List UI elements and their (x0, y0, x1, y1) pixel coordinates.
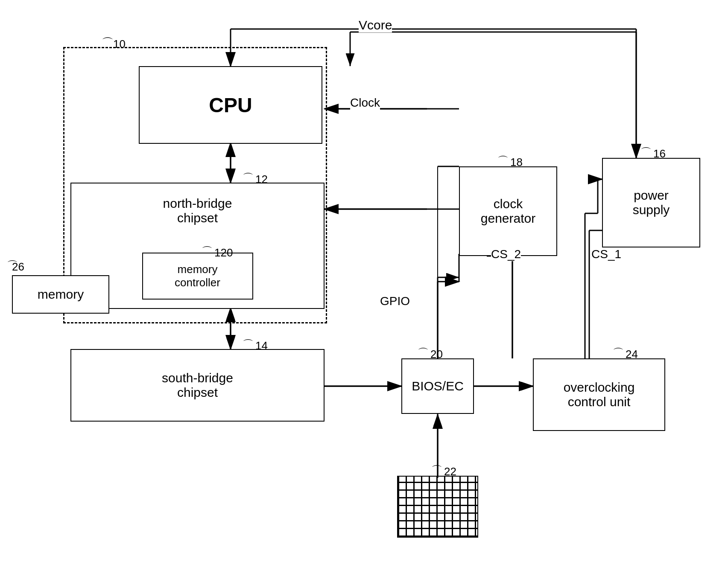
keyboard-block (397, 476, 478, 538)
south-bridge-block: south-bridgechipset (70, 349, 325, 422)
cpu-block: CPU (139, 66, 322, 144)
diagram-container: 10 ⌒ CPU north-bridgechipset memorycontr… (0, 0, 728, 582)
ref-16: 16 (653, 147, 666, 160)
cpu-label: CPU (209, 93, 252, 117)
brace-24: ⌒ (613, 346, 624, 361)
ref-14: 14 (255, 339, 268, 352)
brace-12: ⌒ (243, 171, 254, 186)
ref-10: 10 (113, 38, 126, 51)
ref-18: 18 (510, 156, 523, 169)
ref-20: 20 (430, 348, 443, 361)
power-supply-block: powersupply (602, 158, 700, 247)
south-bridge-label: south-bridgechipset (162, 371, 233, 400)
power-supply-label: powersupply (633, 188, 670, 217)
ref-120: 120 (214, 246, 233, 259)
brace-26: ⌒ (7, 258, 18, 273)
gpio-label: GPIO (380, 294, 410, 308)
memory-label: memory (38, 287, 84, 302)
cs2-label: CS_2 (491, 247, 521, 261)
north-bridge-label: north-bridgechipset (163, 196, 232, 225)
ref-12: 12 (255, 173, 268, 186)
clock-label: Clock (350, 96, 380, 110)
cs1-label: CS_1 (591, 247, 621, 261)
memory-controller-block: memorycontroller (142, 253, 253, 300)
memory-controller-label: memorycontroller (175, 263, 220, 289)
bios-ec-label: BIOS/EC (412, 379, 464, 393)
clock-generator-block: clockgenerator (459, 166, 557, 256)
brace-18: ⌒ (497, 154, 509, 169)
vcore-label: Vcore (359, 18, 392, 32)
overclocking-label: overclockingcontrol unit (564, 380, 635, 409)
ref-24: 24 (626, 348, 638, 361)
brace-14: ⌒ (243, 337, 254, 352)
bios-ec-block: BIOS/EC (401, 358, 474, 414)
brace-16: ⌒ (640, 145, 652, 160)
memory-block: memory (12, 275, 109, 314)
ref-22: 22 (444, 465, 456, 478)
brace-20: ⌒ (418, 346, 429, 361)
brace-120: ⌒ (202, 244, 213, 259)
brace-22: ⌒ (431, 463, 442, 478)
brace-10: ⌒ (102, 35, 114, 51)
overclocking-block: overclockingcontrol unit (533, 358, 665, 431)
clock-generator-label: clockgenerator (481, 197, 535, 226)
